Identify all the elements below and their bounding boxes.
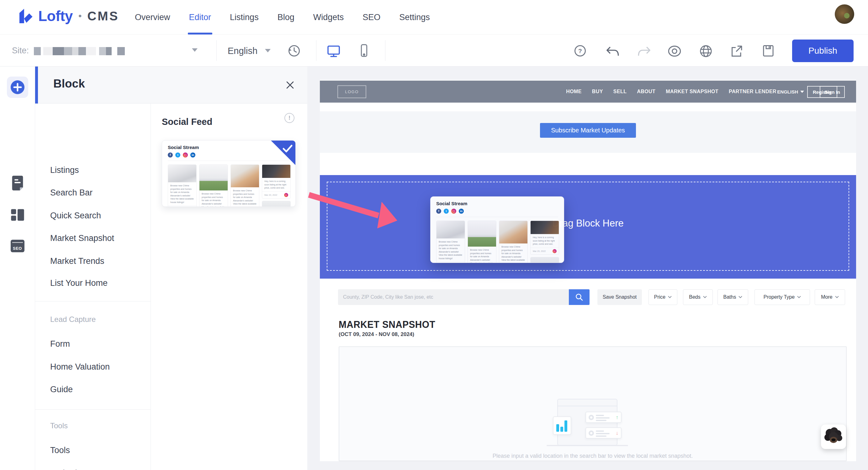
arrow-down-icon: ↓ xyxy=(616,430,619,436)
history-icon[interactable] xyxy=(287,44,301,58)
market-snapshot-title: MARKET SNAPSHOT xyxy=(339,319,435,330)
panel-accent-bar xyxy=(35,66,38,104)
toolbar-divider xyxy=(385,40,385,61)
dragged-block-ghost[interactable]: Social Stream f t ◻ in Browse new Chime … xyxy=(430,197,564,263)
twitter-icon: t xyxy=(175,152,180,157)
redo-icon[interactable] xyxy=(637,44,652,58)
chevron-down-icon xyxy=(800,91,804,93)
block-item-list-your-home[interactable]: List Your Home xyxy=(50,278,107,288)
block-item-tools[interactable]: Tools xyxy=(50,445,70,455)
stat-row-up: ↑ xyxy=(585,412,622,423)
dog-avatar-widget[interactable] xyxy=(821,424,846,449)
app-header: Lofty • CMS Overview Editor Listings Blo… xyxy=(0,0,868,34)
layout-icon[interactable] xyxy=(10,208,25,222)
block-item-search-bar[interactable]: Search Bar xyxy=(50,188,93,198)
post-date: Mar 20, 2022 xyxy=(265,194,277,196)
panel-title: Block xyxy=(53,77,85,90)
chevron-down-icon xyxy=(835,296,839,298)
save-snapshot-button[interactable]: Save Snapshot xyxy=(597,289,642,305)
site-signin-button[interactable]: Sign In xyxy=(820,86,845,98)
site-preview: LOGO HOME BUY SELL ABOUT MARKET SNAPSHOT… xyxy=(320,80,856,461)
filter-baths[interactable]: Baths xyxy=(717,289,748,305)
block-drop-zone[interactable]: Drag Block Here xyxy=(320,175,856,278)
site-nav-home[interactable]: HOME xyxy=(566,89,582,94)
block-item-listings[interactable]: Listings xyxy=(50,165,79,175)
save-icon[interactable] xyxy=(762,44,775,58)
brand-name: Lofty xyxy=(38,7,73,25)
block-item-market-trends[interactable]: Market Trends xyxy=(50,256,104,266)
toolbar-divider xyxy=(216,40,217,61)
location-search-input[interactable] xyxy=(338,289,569,305)
filter-property-type[interactable]: Property Type xyxy=(754,289,810,305)
help-icon[interactable]: ? xyxy=(573,44,587,58)
brand-dot: • xyxy=(79,11,82,21)
search-button[interactable] xyxy=(569,289,590,305)
thumbnail-title: Social Stream xyxy=(436,201,467,206)
nav-overview[interactable]: Overview xyxy=(135,0,170,34)
nav-listings[interactable]: Listings xyxy=(230,0,259,34)
block-item-form[interactable]: Form xyxy=(50,339,70,349)
site-nav-partner-lender[interactable]: PARTNER LENDER xyxy=(729,89,776,94)
dog-image xyxy=(824,427,843,446)
chevron-down-icon xyxy=(739,296,742,298)
publish-button[interactable]: Publish xyxy=(792,39,854,62)
nav-blog[interactable]: Blog xyxy=(278,0,294,34)
chevron-down-icon xyxy=(797,296,801,298)
nav-settings[interactable]: Settings xyxy=(399,0,430,34)
post-text: Browse new Chime properties and homes fo… xyxy=(199,190,228,207)
close-icon[interactable] xyxy=(285,80,295,91)
filter-beds[interactable]: Beds xyxy=(683,289,713,305)
user-avatar[interactable] xyxy=(835,4,854,24)
globe-icon[interactable] xyxy=(699,44,713,58)
market-snapshot-range: (OCT 09, 2024 - NOV 08, 2024) xyxy=(339,331,414,337)
arrow-up-icon: ↑ xyxy=(616,414,619,421)
add-block-button[interactable] xyxy=(7,77,28,98)
main-nav: Overview Editor Listings Blog Widgets SE… xyxy=(135,0,430,34)
post-photo xyxy=(231,165,259,187)
post-card: Hey, here is a coming soon listing at th… xyxy=(262,165,291,199)
subscribe-section: Subscribe Market Updates xyxy=(320,111,856,153)
language-select[interactable]: English xyxy=(228,46,257,56)
social-feed-thumbnail[interactable]: Social Stream f t ◻ in Browse new Chime … xyxy=(162,140,296,207)
language-caret[interactable] xyxy=(265,49,271,52)
facebook-icon: f xyxy=(436,209,441,214)
block-item-embed[interactable]: Embed xyxy=(50,468,77,470)
search-icon xyxy=(575,293,583,301)
subscribe-button[interactable]: Subscribe Market Updates xyxy=(540,123,636,138)
thumbnail-post-grid: Browse new Chime properties and homes fo… xyxy=(168,165,291,207)
site-nav-sell[interactable]: SELL xyxy=(613,89,627,94)
post-photo xyxy=(199,165,228,190)
seo-tool-icon[interactable]: SEO xyxy=(11,240,25,252)
desktop-view-icon[interactable] xyxy=(326,43,341,58)
linkedin-icon: in xyxy=(190,152,195,157)
nav-widgets[interactable]: Widgets xyxy=(313,0,344,34)
mobile-view-icon[interactable] xyxy=(357,43,371,58)
site-nav-about[interactable]: ABOUT xyxy=(637,89,655,94)
check-icon xyxy=(282,144,293,153)
block-item-home-valuation[interactable]: Home Valuation xyxy=(50,362,110,372)
share-icon[interactable] xyxy=(730,44,744,58)
instagram-icon: ◻ xyxy=(451,209,456,214)
preview-eye-icon[interactable] xyxy=(667,44,682,58)
block-item-quick-search[interactable]: Quick Search xyxy=(50,211,101,221)
detail-title: Social Feed xyxy=(162,117,212,127)
info-icon[interactable]: ! xyxy=(284,113,294,123)
filter-price[interactable]: Price xyxy=(649,289,677,305)
empty-state-message: Please input a valid location in the sea… xyxy=(339,453,847,459)
site-nav-buy[interactable]: BUY xyxy=(592,89,603,94)
lofty-logo-icon xyxy=(18,8,34,24)
post-photo xyxy=(262,165,290,178)
site-language-select[interactable]: ENGLISH xyxy=(777,81,804,102)
filter-more[interactable]: More xyxy=(815,289,845,305)
nav-editor[interactable]: Editor xyxy=(189,0,211,34)
thumbnail-title: Social Stream xyxy=(168,145,199,150)
pages-icon[interactable] xyxy=(10,176,25,192)
block-item-market-snapshot[interactable]: Market Snapshot xyxy=(50,233,114,243)
site-select-caret[interactable] xyxy=(192,48,197,52)
site-nav-market-snapshot[interactable]: MARKET SNAPSHOT xyxy=(666,89,718,94)
post-text: Browse new Chime properties and homes fo… xyxy=(168,182,196,206)
block-item-guide[interactable]: Guide xyxy=(50,385,73,394)
post-photo xyxy=(262,201,290,207)
undo-icon[interactable] xyxy=(605,44,620,58)
nav-seo[interactable]: SEO xyxy=(363,0,380,34)
